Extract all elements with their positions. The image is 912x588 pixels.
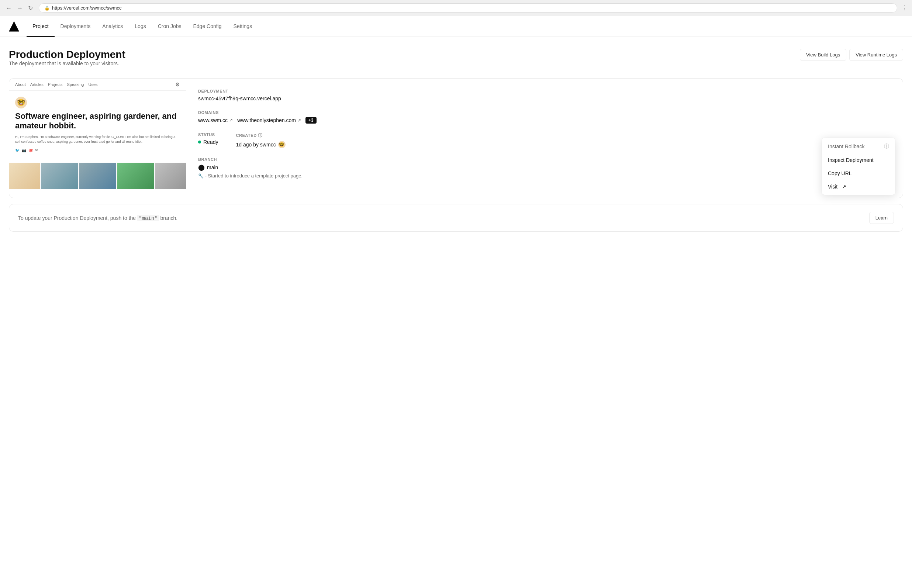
banner-text: To update your Production Deployment, pu… (18, 215, 178, 221)
dropdown-copy-url[interactable]: Copy URL (822, 167, 895, 180)
deployment-card: About Articles Projects Speaking Uses ⚙ … (9, 78, 903, 198)
external-icon-1: ↗ (229, 118, 233, 123)
user-avatar: 🤓 (278, 141, 286, 148)
preview-nav-speaking: Speaking (67, 82, 84, 87)
forward-button[interactable]: → (16, 3, 24, 13)
preview-body: 🤓 Software engineer, aspiring gardener, … (9, 91, 186, 163)
external-icon-2: ↗ (297, 118, 301, 123)
nav-tab-project[interactable]: Project (27, 16, 55, 37)
view-runtime-logs-button[interactable]: View Runtime Logs (849, 49, 903, 61)
main-content: Production Deployment The deployment tha… (0, 37, 912, 588)
copy-url-label: Copy URL (828, 170, 852, 176)
deployment-label: DEPLOYMENT (198, 89, 891, 93)
page-title: Production Deployment (9, 49, 126, 60)
rollback-info-icon: ⓘ (884, 143, 889, 150)
status-row: Ready (198, 139, 218, 145)
status-group: STATUS Ready (198, 132, 218, 148)
reload-button[interactable]: ↻ (27, 3, 34, 13)
back-button[interactable]: ← (5, 3, 13, 13)
deployment-url: swmcc-45vt7fh9q-swmcc.vercel.app (198, 95, 891, 102)
address-bar[interactable]: 🔒 https://vercel.com/swmcc/swmcc (39, 3, 897, 13)
domain-2[interactable]: www.theonlystephen.com ↗ (237, 117, 301, 123)
deployment-preview: About Articles Projects Speaking Uses ⚙ … (9, 79, 186, 198)
dropdown-menu: Instant Rollback ⓘ Inspect Deployment Co… (822, 137, 896, 195)
instant-rollback-label: Instant Rollback (828, 144, 865, 149)
header-buttons: View Build Logs View Runtime Logs (800, 49, 903, 61)
status-created-row: STATUS Ready CREATED ⓘ 1d ago by swmcc 🤓 (198, 132, 891, 157)
created-group: CREATED ⓘ 1d ago by swmcc 🤓 (236, 132, 285, 148)
created-row: 1d ago by swmcc 🤓 (236, 141, 285, 148)
browser-menu-button[interactable]: ⋮ (902, 5, 907, 11)
domains-row: www.swm.cc ↗ www.theonlystephen.com ↗ +3 (198, 117, 891, 124)
dropdown-visit[interactable]: Visit ↗ (822, 180, 895, 193)
preview-headline: Software engineer, aspiring gardener, an… (15, 111, 180, 131)
commit-message: 🔧 - Started to introduce a template proj… (198, 173, 891, 179)
visit-label: Visit (828, 184, 838, 190)
branch-group: BRANCH ⬤ main 🔧 - Started to introduce a… (198, 157, 891, 179)
url-text: https://vercel.com/swmcc/swmcc (52, 5, 122, 11)
preview-header: About Articles Projects Speaking Uses ⚙ (9, 79, 186, 91)
preview-photo-2 (41, 163, 78, 189)
domains-group: DOMAINS www.swm.cc ↗ www.theonlystephen.… (198, 110, 891, 124)
created-value: 1d ago by swmcc (236, 142, 276, 147)
domains-label: DOMAINS (198, 110, 891, 115)
preview-nav-about: About (15, 82, 26, 87)
commit-icon: 🔧 (198, 173, 203, 179)
social-instagram: 📷 (22, 148, 26, 152)
created-label: CREATED ⓘ (236, 132, 285, 139)
domain-1[interactable]: www.swm.cc ↗ (198, 117, 233, 123)
preview-bio: Hi, I'm Stephen. I'm a software engineer… (15, 135, 180, 145)
nav-tab-edge-config[interactable]: Edge Config (187, 16, 227, 37)
preview-nav-articles: Articles (30, 82, 44, 87)
status-label: STATUS (198, 132, 218, 137)
preview-inner: About Articles Projects Speaking Uses ⚙ … (9, 79, 186, 189)
nav-tab-settings[interactable]: Settings (228, 16, 258, 37)
visit-external-icon: ↗ (842, 184, 846, 190)
view-build-logs-button[interactable]: View Build Logs (800, 49, 846, 61)
domains-extra-badge: +3 (305, 117, 316, 124)
dropdown-instant-rollback[interactable]: Instant Rollback ⓘ (822, 139, 895, 153)
social-email: ✉ (35, 148, 38, 152)
inspect-deployment-label: Inspect Deployment (828, 157, 873, 163)
deployment-info: DEPLOYMENT swmcc-45vt7fh9q-swmcc.vercel.… (186, 79, 903, 198)
domain-1-url: www.swm.cc (198, 117, 228, 123)
preview-photo-3 (79, 163, 116, 189)
preview-social: 🐦 📷 🐙 ✉ (15, 148, 180, 152)
browser-chrome: ← → ↻ 🔒 https://vercel.com/swmcc/swmcc ⋮ (0, 0, 912, 16)
preview-settings-icon: ⚙ (175, 82, 180, 87)
learn-button[interactable]: Learn (869, 212, 894, 224)
preview-nav-links: About Articles Projects Speaking Uses (15, 82, 98, 87)
nav-tab-analytics[interactable]: Analytics (96, 16, 129, 37)
social-github: 🐙 (28, 148, 33, 152)
preview-photo-4 (117, 163, 154, 189)
branch-label: BRANCH (198, 157, 891, 162)
preview-nav-projects: Projects (48, 82, 63, 87)
nav-tab-logs[interactable]: Logs (129, 16, 152, 37)
preview-nav-uses: Uses (88, 82, 97, 87)
dropdown-inspect-deployment[interactable]: Inspect Deployment (822, 153, 895, 167)
nav-tab-deployments[interactable]: Deployments (55, 16, 97, 37)
main-nav: Project Deployments Analytics Logs Cron … (0, 16, 912, 37)
branch-name: main (207, 165, 218, 170)
section-subtitle: The deployment that is available to your… (9, 60, 126, 66)
social-twitter: 🐦 (15, 148, 19, 152)
browser-nav-buttons: ← → ↻ (5, 3, 34, 13)
nav-tab-cron-jobs[interactable]: Cron Jobs (152, 16, 187, 37)
branch-row: ⬤ main (198, 164, 891, 171)
preview-photos (9, 163, 186, 189)
lock-icon: 🔒 (44, 5, 50, 11)
created-info-icon: ⓘ (258, 133, 263, 138)
status-dot (198, 141, 201, 144)
vercel-logo (9, 21, 19, 32)
preview-photo-5 (155, 163, 186, 189)
section-header: Production Deployment The deployment tha… (9, 49, 903, 75)
preview-photo-1 (9, 163, 40, 189)
domain-2-url: www.theonlystephen.com (237, 117, 296, 123)
info-banner: To update your Production Deployment, pu… (9, 204, 903, 232)
deployment-url-group: DEPLOYMENT swmcc-45vt7fh9q-swmcc.vercel.… (198, 89, 891, 102)
banner-branch-name: "main" (137, 215, 159, 221)
github-branch-icon: ⬤ (198, 164, 205, 171)
preview-avatar: 🤓 (15, 97, 27, 108)
status-value: Ready (203, 139, 218, 145)
